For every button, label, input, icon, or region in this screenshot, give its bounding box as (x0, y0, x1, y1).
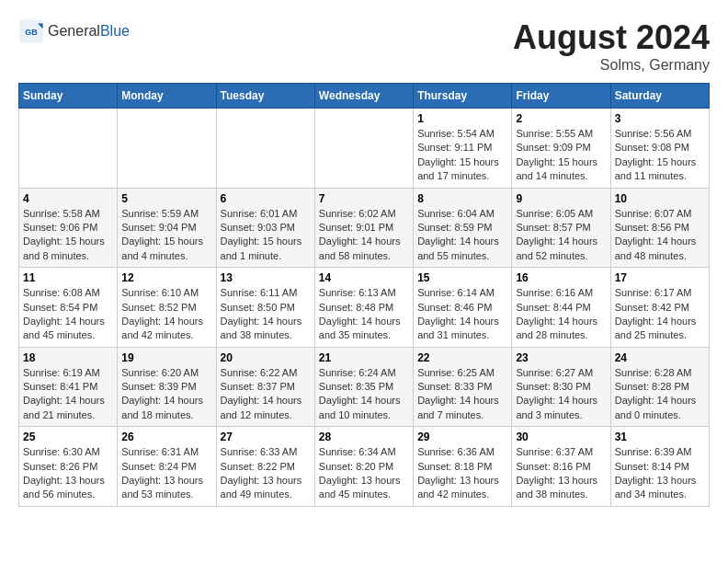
calendar-cell: 2Sunrise: 5:55 AM Sunset: 9:09 PM Daylig… (512, 109, 610, 189)
calendar-cell: 13Sunrise: 6:11 AM Sunset: 8:50 PM Dayli… (216, 268, 314, 348)
day-number: 13 (221, 271, 311, 284)
logo-general: General (48, 23, 100, 39)
title-block: August 2024 Solms, Germany (513, 18, 710, 74)
calendar-cell: 11Sunrise: 6:08 AM Sunset: 8:54 PM Dayli… (19, 268, 118, 348)
day-number: 11 (23, 271, 113, 284)
day-number: 30 (516, 431, 606, 443)
logo-text: GeneralBlue (48, 23, 130, 40)
calendar-cell: 10Sunrise: 6:07 AM Sunset: 8:56 PM Dayli… (610, 188, 709, 268)
weekday-header-saturday: Saturday (610, 84, 709, 109)
day-info: Sunrise: 5:59 AM Sunset: 9:04 PM Dayligh… (121, 207, 211, 264)
weekday-header-sunday: Sunday (19, 84, 118, 109)
calendar-week-row: 25Sunrise: 6:30 AM Sunset: 8:26 PM Dayli… (19, 427, 710, 507)
calendar-cell: 20Sunrise: 6:22 AM Sunset: 8:37 PM Dayli… (216, 347, 314, 427)
day-info: Sunrise: 6:34 AM Sunset: 8:20 PM Dayligh… (319, 445, 409, 502)
calendar-table: SundayMondayTuesdayWednesdayThursdayFrid… (18, 83, 710, 507)
day-info: Sunrise: 6:22 AM Sunset: 8:37 PM Dayligh… (221, 366, 311, 423)
day-number: 10 (615, 192, 705, 205)
day-number: 3 (615, 112, 705, 125)
day-info: Sunrise: 6:39 AM Sunset: 8:14 PM Dayligh… (615, 445, 705, 502)
calendar-cell: 19Sunrise: 6:20 AM Sunset: 8:39 PM Dayli… (118, 347, 216, 427)
day-info: Sunrise: 6:20 AM Sunset: 8:39 PM Dayligh… (121, 366, 211, 423)
logo-blue: Blue (100, 23, 130, 39)
day-number: 16 (516, 271, 606, 284)
day-info: Sunrise: 6:04 AM Sunset: 8:59 PM Dayligh… (417, 207, 507, 264)
calendar-cell: 27Sunrise: 6:33 AM Sunset: 8:22 PM Dayli… (216, 427, 314, 507)
calendar-cell: 8Sunrise: 6:04 AM Sunset: 8:59 PM Daylig… (414, 188, 512, 268)
day-number: 24 (615, 351, 705, 364)
day-number: 4 (23, 192, 113, 205)
day-number: 6 (221, 192, 311, 205)
day-info: Sunrise: 5:54 AM Sunset: 9:11 PM Dayligh… (417, 127, 507, 184)
calendar-cell (314, 109, 413, 189)
day-number: 12 (121, 271, 211, 284)
page-header: GB GeneralBlue August 2024 Solms, German… (18, 18, 710, 74)
calendar-cell: 25Sunrise: 6:30 AM Sunset: 8:26 PM Dayli… (19, 427, 118, 507)
day-number: 31 (615, 431, 705, 443)
day-number: 27 (221, 431, 311, 443)
calendar-cell: 18Sunrise: 6:19 AM Sunset: 8:41 PM Dayli… (19, 347, 118, 427)
day-info: Sunrise: 6:28 AM Sunset: 8:28 PM Dayligh… (615, 366, 705, 423)
day-info: Sunrise: 6:37 AM Sunset: 8:16 PM Dayligh… (516, 445, 606, 502)
day-info: Sunrise: 6:02 AM Sunset: 9:01 PM Dayligh… (319, 207, 409, 264)
calendar-cell: 1Sunrise: 5:54 AM Sunset: 9:11 PM Daylig… (414, 109, 512, 189)
weekday-header-tuesday: Tuesday (216, 84, 314, 109)
day-info: Sunrise: 6:36 AM Sunset: 8:18 PM Dayligh… (417, 445, 507, 502)
day-number: 17 (615, 271, 705, 284)
day-info: Sunrise: 6:33 AM Sunset: 8:22 PM Dayligh… (221, 445, 311, 502)
day-number: 1 (417, 112, 507, 125)
calendar-week-row: 4Sunrise: 5:58 AM Sunset: 9:06 PM Daylig… (19, 188, 710, 268)
calendar-cell: 28Sunrise: 6:34 AM Sunset: 8:20 PM Dayli… (314, 427, 413, 507)
svg-text:GB: GB (25, 28, 38, 37)
day-info: Sunrise: 6:10 AM Sunset: 8:52 PM Dayligh… (121, 286, 211, 343)
weekday-header-row: SundayMondayTuesdayWednesdayThursdayFrid… (19, 84, 710, 109)
calendar-cell: 24Sunrise: 6:28 AM Sunset: 8:28 PM Dayli… (610, 347, 709, 427)
day-info: Sunrise: 6:31 AM Sunset: 8:24 PM Dayligh… (121, 445, 211, 502)
calendar-cell: 7Sunrise: 6:02 AM Sunset: 9:01 PM Daylig… (314, 188, 413, 268)
day-number: 15 (417, 271, 507, 284)
day-number: 21 (319, 351, 409, 364)
day-info: Sunrise: 5:55 AM Sunset: 9:09 PM Dayligh… (516, 127, 606, 184)
day-info: Sunrise: 6:24 AM Sunset: 8:35 PM Dayligh… (319, 366, 409, 423)
day-info: Sunrise: 6:05 AM Sunset: 8:57 PM Dayligh… (516, 207, 606, 264)
calendar-cell (19, 109, 118, 189)
calendar-cell: 4Sunrise: 5:58 AM Sunset: 9:06 PM Daylig… (19, 188, 118, 268)
month-year: August 2024 (513, 18, 710, 57)
calendar-week-row: 11Sunrise: 6:08 AM Sunset: 8:54 PM Dayli… (19, 268, 710, 348)
day-number: 20 (221, 351, 311, 364)
day-number: 23 (516, 351, 606, 364)
weekday-header-monday: Monday (118, 84, 216, 109)
calendar-cell: 9Sunrise: 6:05 AM Sunset: 8:57 PM Daylig… (512, 188, 610, 268)
calendar-cell: 23Sunrise: 6:27 AM Sunset: 8:30 PM Dayli… (512, 347, 610, 427)
logo-icon: GB (18, 18, 44, 44)
day-info: Sunrise: 6:01 AM Sunset: 9:03 PM Dayligh… (221, 207, 311, 264)
calendar-cell: 22Sunrise: 6:25 AM Sunset: 8:33 PM Dayli… (414, 347, 512, 427)
day-number: 14 (319, 271, 409, 284)
calendar-week-row: 18Sunrise: 6:19 AM Sunset: 8:41 PM Dayli… (19, 347, 710, 427)
day-info: Sunrise: 6:16 AM Sunset: 8:44 PM Dayligh… (516, 286, 606, 343)
day-info: Sunrise: 6:27 AM Sunset: 8:30 PM Dayligh… (516, 366, 606, 423)
day-info: Sunrise: 5:56 AM Sunset: 9:08 PM Dayligh… (615, 127, 705, 184)
day-info: Sunrise: 6:07 AM Sunset: 8:56 PM Dayligh… (615, 207, 705, 264)
day-number: 9 (516, 192, 606, 205)
day-info: Sunrise: 6:19 AM Sunset: 8:41 PM Dayligh… (23, 366, 113, 423)
day-number: 29 (417, 431, 507, 443)
calendar-cell: 16Sunrise: 6:16 AM Sunset: 8:44 PM Dayli… (512, 268, 610, 348)
calendar-cell: 30Sunrise: 6:37 AM Sunset: 8:16 PM Dayli… (512, 427, 610, 507)
calendar-cell (118, 109, 216, 189)
day-number: 7 (319, 192, 409, 205)
day-info: Sunrise: 6:17 AM Sunset: 8:42 PM Dayligh… (615, 286, 705, 343)
location: Solms, Germany (513, 57, 710, 74)
day-number: 8 (417, 192, 507, 205)
day-info: Sunrise: 5:58 AM Sunset: 9:06 PM Dayligh… (23, 207, 113, 264)
day-info: Sunrise: 6:08 AM Sunset: 8:54 PM Dayligh… (23, 286, 113, 343)
calendar-cell: 17Sunrise: 6:17 AM Sunset: 8:42 PM Dayli… (610, 268, 709, 348)
calendar-cell: 21Sunrise: 6:24 AM Sunset: 8:35 PM Dayli… (314, 347, 413, 427)
day-info: Sunrise: 6:30 AM Sunset: 8:26 PM Dayligh… (23, 445, 113, 502)
calendar-cell: 26Sunrise: 6:31 AM Sunset: 8:24 PM Dayli… (118, 427, 216, 507)
day-number: 26 (121, 431, 211, 443)
calendar-cell: 12Sunrise: 6:10 AM Sunset: 8:52 PM Dayli… (118, 268, 216, 348)
calendar-cell: 15Sunrise: 6:14 AM Sunset: 8:46 PM Dayli… (414, 268, 512, 348)
calendar-cell (216, 109, 314, 189)
calendar-cell: 3Sunrise: 5:56 AM Sunset: 9:08 PM Daylig… (610, 109, 709, 189)
